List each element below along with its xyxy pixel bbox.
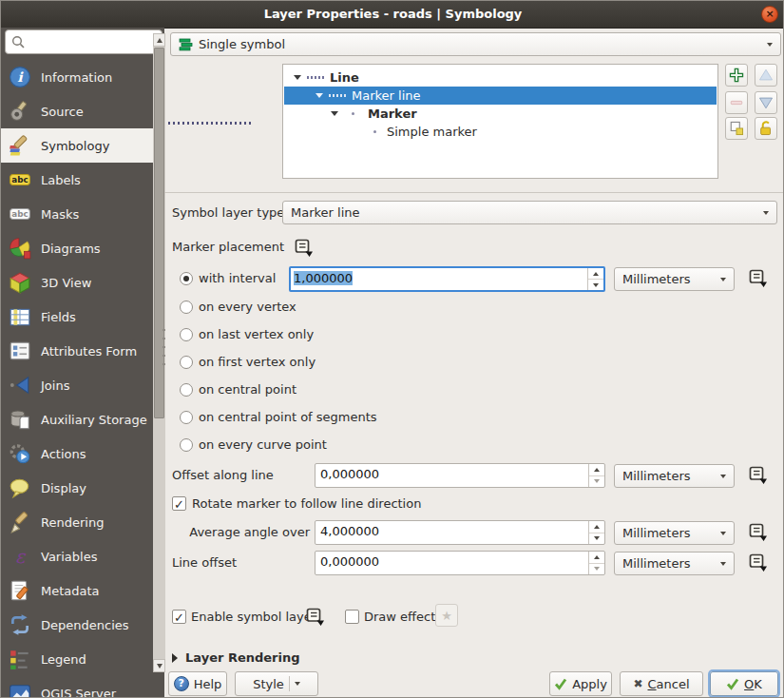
enable-symbol-layer-checkbox[interactable]: ✓ bbox=[172, 610, 186, 624]
sidebar-item-attributes-form[interactable]: Attributes Form bbox=[1, 334, 153, 368]
draw-effects-checkbox[interactable]: ✓ bbox=[345, 610, 359, 624]
line-offset-unit-combo[interactable]: Millimeters bbox=[614, 552, 735, 575]
sidebar-item-variables[interactable]: ε Variables bbox=[1, 539, 153, 573]
radio-on-every-vertex[interactable] bbox=[180, 301, 193, 314]
sidebar-item-metadata[interactable]: Metadata bbox=[1, 573, 153, 608]
sidebar-item-dependencies[interactable]: Dependencies bbox=[1, 608, 153, 642]
rotate-marker-checkbox[interactable]: ✓ bbox=[172, 496, 186, 511]
scroll-down-button[interactable] bbox=[153, 659, 165, 672]
effects-options-button[interactable]: ★ bbox=[435, 604, 458, 627]
offset-unit-combo[interactable]: Millimeters bbox=[614, 464, 735, 488]
interval-unit-combo[interactable]: Millimeters bbox=[614, 267, 735, 291]
sidebar-item-label: Source bbox=[41, 105, 84, 119]
marker-dot-icon bbox=[373, 130, 376, 133]
tree-row-line[interactable]: Line bbox=[284, 68, 717, 87]
spin-down-icon[interactable] bbox=[594, 479, 600, 483]
spin-up-icon[interactable] bbox=[593, 272, 599, 276]
sidebar-item-information[interactable]: i Information bbox=[1, 60, 153, 94]
data-defined-override-icon[interactable] bbox=[746, 466, 769, 485]
lock-open-icon bbox=[757, 120, 774, 137]
search-input[interactable] bbox=[5, 29, 163, 54]
expander-icon[interactable] bbox=[331, 111, 338, 116]
spinner[interactable] bbox=[588, 521, 604, 544]
help-button[interactable]: ? Help bbox=[168, 671, 227, 696]
sidebar-item-labels[interactable]: abc Labels bbox=[1, 163, 153, 197]
layer-rendering-label: Layer Rendering bbox=[185, 650, 300, 665]
symbol-preview bbox=[168, 122, 252, 125]
expander-icon[interactable] bbox=[294, 75, 301, 80]
ok-button[interactable]: OK bbox=[710, 671, 778, 696]
sidebar-item-3d-view[interactable]: 3D View bbox=[1, 265, 153, 300]
add-symbol-layer-button[interactable] bbox=[725, 64, 748, 87]
spin-down-icon[interactable] bbox=[593, 283, 599, 287]
tree-row-label: Marker bbox=[368, 105, 417, 123]
average-angle-unit-combo[interactable]: Millimeters bbox=[614, 521, 735, 545]
panel-splitter[interactable] bbox=[163, 329, 165, 371]
data-defined-override-icon[interactable] bbox=[292, 239, 315, 258]
sidebar-item-rendering[interactable]: Rendering bbox=[1, 505, 153, 539]
radio-on-last-vertex-only[interactable] bbox=[180, 328, 193, 341]
lock-colors-button[interactable] bbox=[755, 117, 777, 140]
close-button[interactable]: × bbox=[761, 6, 778, 23]
expander-right-icon[interactable] bbox=[172, 653, 178, 663]
data-defined-override-icon[interactable] bbox=[746, 269, 769, 288]
sidebar-item-fields[interactable]: Fields bbox=[1, 300, 153, 334]
line-offset-unit-value: Millimeters bbox=[615, 553, 734, 574]
sidebar-item-display[interactable]: Display bbox=[1, 471, 153, 505]
labels-icon: abc bbox=[9, 168, 31, 191]
spinner[interactable] bbox=[587, 268, 603, 290]
dotted-line-icon bbox=[307, 76, 324, 79]
radio-with-interval[interactable] bbox=[180, 272, 193, 285]
data-defined-override-icon[interactable] bbox=[303, 608, 326, 627]
chevron-down-icon bbox=[295, 682, 300, 686]
sidebar-item-legend[interactable]: Legend bbox=[1, 642, 153, 676]
cancel-button[interactable]: ✖ Cancel bbox=[620, 671, 703, 696]
layer-rendering-group[interactable]: Layer Rendering bbox=[172, 650, 300, 665]
sidebar-item-masks[interactable]: abc Masks bbox=[1, 197, 153, 231]
remove-symbol-layer-button[interactable] bbox=[725, 91, 748, 114]
sidebar-item-label: Auxiliary Storage bbox=[41, 413, 147, 427]
offset-along-line-input[interactable]: 0,000000 bbox=[315, 463, 605, 488]
interval-value: 1,000000 bbox=[294, 271, 353, 285]
spin-up-icon[interactable] bbox=[594, 555, 600, 559]
radio-on-every-curve-point[interactable] bbox=[180, 438, 193, 452]
scroll-up-button[interactable] bbox=[153, 33, 165, 47]
radio-on-first-vertex-only[interactable] bbox=[180, 356, 193, 369]
spinner[interactable] bbox=[588, 464, 604, 487]
sidebar-item-actions[interactable]: Actions bbox=[1, 436, 153, 471]
expander-icon[interactable] bbox=[316, 93, 323, 98]
interval-input[interactable]: 1,000000 bbox=[289, 266, 605, 292]
minus-icon bbox=[728, 94, 745, 111]
spin-up-icon[interactable] bbox=[594, 525, 600, 529]
line-offset-input[interactable]: 0,000000 bbox=[315, 551, 605, 575]
renderer-combo[interactable]: Single symbol bbox=[170, 32, 781, 56]
move-down-button[interactable] bbox=[755, 91, 777, 114]
spin-down-icon[interactable] bbox=[594, 536, 600, 540]
apply-button[interactable]: Apply bbox=[549, 671, 612, 696]
tree-row-marker-line[interactable]: Marker line bbox=[284, 87, 717, 105]
sidebar-item-symbology[interactable]: Symbology bbox=[1, 128, 153, 163]
check-icon bbox=[554, 677, 567, 690]
sidebar-item-source[interactable]: Source bbox=[1, 94, 153, 128]
sidebar-item-label: Symbology bbox=[41, 139, 109, 153]
data-defined-override-icon[interactable] bbox=[746, 523, 769, 542]
radio-on-central-point[interactable] bbox=[180, 383, 193, 397]
sidebar-item-joins[interactable]: Joins bbox=[1, 368, 153, 402]
dotted-line-icon bbox=[329, 94, 346, 97]
tree-row-marker[interactable]: Marker bbox=[284, 105, 717, 123]
sidebar-item-auxiliary-storage[interactable]: Auxiliary Storage bbox=[1, 402, 153, 436]
sidebar-item-qgis-server[interactable]: QGIS Server bbox=[1, 676, 153, 698]
style-button[interactable]: Style bbox=[235, 671, 318, 696]
average-angle-input[interactable]: 4,000000 bbox=[315, 520, 605, 545]
radio-on-central-point-of-segments[interactable] bbox=[180, 411, 193, 424]
spinner[interactable] bbox=[588, 552, 604, 574]
spin-up-icon[interactable] bbox=[594, 468, 600, 472]
symbol-layer-type-combo[interactable]: Marker line bbox=[282, 201, 777, 224]
information-icon: i bbox=[9, 66, 31, 88]
tree-row-simple-marker[interactable]: Simple marker bbox=[284, 123, 717, 141]
move-up-button[interactable] bbox=[755, 64, 777, 87]
duplicate-symbol-layer-button[interactable] bbox=[725, 117, 748, 140]
data-defined-override-icon[interactable] bbox=[746, 553, 769, 572]
sidebar-item-diagrams[interactable]: Diagrams bbox=[1, 231, 153, 265]
spin-down-icon[interactable] bbox=[594, 567, 600, 571]
